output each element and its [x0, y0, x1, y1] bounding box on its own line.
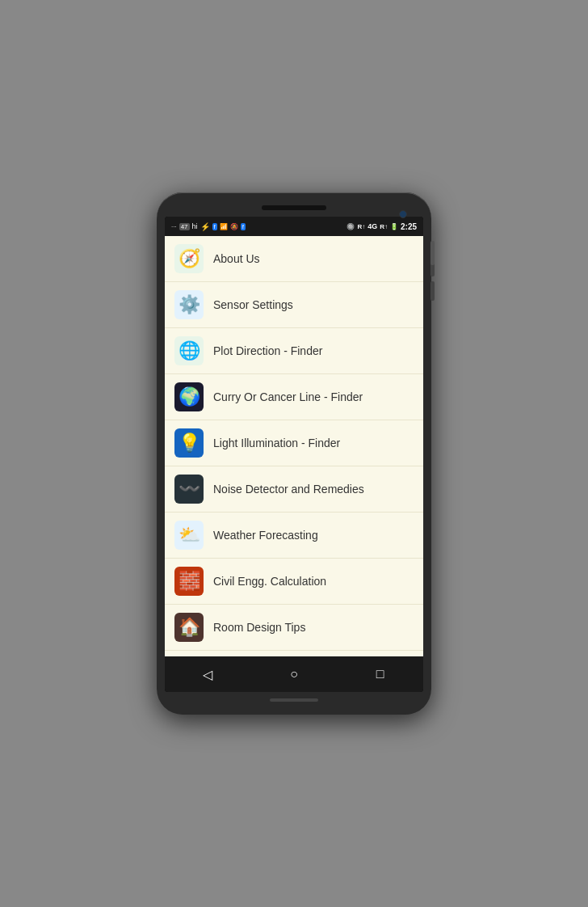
status-icon-hi: hi: [192, 222, 198, 230]
status-time: 2:25: [401, 222, 417, 231]
top-bar: [165, 205, 423, 210]
status-icon-signal: 📶: [220, 223, 228, 230]
phone-screen: ··· 47 hi ⚡ f 📶 🔕 f 🔘 R↑ 4G R↑ 🔋 2:25 🧭A…: [165, 217, 423, 692]
about-us-label: About Us: [213, 252, 260, 265]
list-item-noise-detector[interactable]: 〰️Noise Detector and Remedies: [165, 466, 423, 513]
status-icon-bolt: ⚡: [200, 222, 210, 231]
noise-detector-icon: 〰️: [174, 475, 204, 504]
speaker: [262, 205, 326, 210]
light-illumination-icon: 💡: [174, 428, 204, 458]
status-icon-dots: ···: [171, 223, 177, 230]
curry-cancer-label: Curry Or Cancer Line - Finder: [213, 390, 363, 403]
status-icon-47: 47: [179, 223, 190, 230]
civil-engg-label: Civil Engg. Calculation: [213, 575, 326, 588]
list-item-plot-direction[interactable]: 🌐Plot Direction - Finder: [165, 328, 423, 374]
volume-down-button[interactable]: [430, 281, 435, 301]
status-signal2: R↑: [380, 223, 388, 230]
status-network: R↑: [357, 223, 365, 230]
curry-cancer-icon: 🌍: [174, 382, 204, 411]
home-button[interactable]: ○: [279, 664, 309, 684]
list-item-about-us[interactable]: 🧭About Us: [165, 236, 423, 282]
room-design-icon: 🏠: [174, 613, 204, 642]
room-design-label: Room Design Tips: [213, 621, 305, 634]
home-strip: [270, 698, 318, 702]
status-wifi: 🔘: [346, 223, 355, 230]
status-left-icons: ··· 47 hi ⚡ f 📶 🔕 f: [171, 222, 246, 231]
civil-engg-icon: 🧱: [174, 567, 204, 596]
noise-detector-label: Noise Detector and Remedies: [213, 483, 364, 496]
list-item-weather-forecasting[interactable]: ⛅Weather Forecasting: [165, 513, 423, 559]
status-bar: ··· 47 hi ⚡ f 📶 🔕 f 🔘 R↑ 4G R↑ 🔋 2:25: [165, 217, 423, 236]
weather-forecasting-label: Weather Forecasting: [213, 529, 318, 542]
status-right-icons: 🔘 R↑ 4G R↑ 🔋 2:25: [346, 222, 417, 231]
list-item-sensor-settings[interactable]: ⚙️Sensor Settings: [165, 282, 423, 328]
weather-forecasting-icon: ⛅: [174, 521, 204, 550]
plot-direction-label: Plot Direction - Finder: [213, 344, 322, 357]
status-icon-mute: 🔕: [230, 223, 238, 230]
menu-list: 🧭About Us⚙️Sensor Settings🌐Plot Directio…: [165, 236, 423, 656]
sensor-settings-icon: ⚙️: [174, 290, 204, 319]
nav-bar: ◁ ○ □: [165, 656, 423, 692]
recent-button[interactable]: □: [366, 664, 395, 684]
back-button[interactable]: ◁: [193, 664, 222, 684]
status-battery: 🔋: [390, 223, 398, 230]
status-4g: 4G: [368, 222, 377, 230]
list-item-curry-cancer[interactable]: 🌍Curry Or Cancer Line - Finder: [165, 374, 423, 420]
sensor-settings-label: Sensor Settings: [213, 298, 293, 311]
list-item-civil-engg[interactable]: 🧱Civil Engg. Calculation: [165, 559, 423, 605]
phone-frame: ··· 47 hi ⚡ f 📶 🔕 f 🔘 R↑ 4G R↑ 🔋 2:25 🧭A…: [157, 192, 431, 715]
camera: [399, 210, 407, 218]
about-us-icon: 🧭: [174, 244, 204, 273]
light-illumination-label: Light Illumination - Finder: [213, 437, 340, 449]
bottom-bar: [165, 698, 423, 702]
list-item-ac-requirement[interactable]: ❄️AC Requirement Calculation: [165, 651, 423, 656]
status-icon-fb2: f: [241, 223, 246, 230]
list-item-light-illumination[interactable]: 💡Light Illumination - Finder: [165, 420, 423, 466]
plot-direction-icon: 🌐: [174, 336, 204, 365]
list-item-room-design[interactable]: 🏠Room Design Tips: [165, 605, 423, 651]
status-icon-fb: f: [212, 223, 217, 230]
power-button[interactable]: [430, 241, 435, 265]
